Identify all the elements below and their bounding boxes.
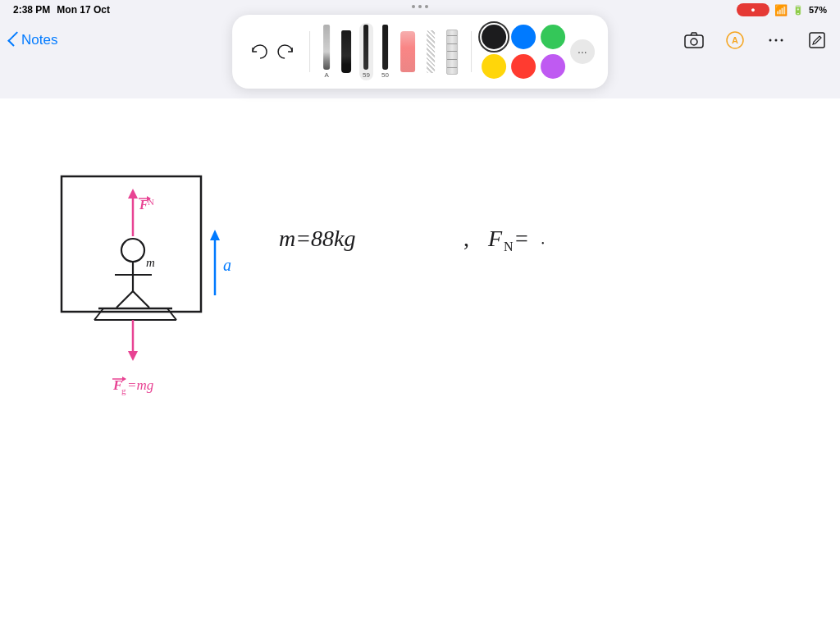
camera-icon (684, 32, 704, 48)
svg-text:=mg: =mg (127, 377, 153, 393)
color-black[interactable] (482, 25, 506, 49)
svg-text:=: = (515, 226, 528, 251)
color-red[interactable] (511, 54, 536, 79)
thick-marker-tool[interactable] (338, 29, 354, 75)
back-label: Notes (21, 32, 57, 48)
svg-text:A: A (732, 35, 738, 45)
battery-percentage: 57% (809, 5, 827, 15)
highlighter-tool[interactable] (397, 30, 418, 74)
ruler-tick2 (447, 43, 457, 44)
drawing-toolbar: A 59 50 (232, 15, 608, 89)
highlighter-shape (400, 31, 415, 72)
fine-pen-tool[interactable]: 50 (378, 23, 392, 80)
status-right: ● 📶 🔋 57% (737, 3, 827, 16)
recording-indicator: ● (737, 3, 769, 16)
more-colors-button[interactable]: ··· (570, 39, 595, 64)
svg-line-16 (167, 308, 176, 320)
dot2 (418, 5, 422, 8)
svg-text:F: F (487, 226, 503, 251)
texture-tool[interactable] (423, 29, 438, 75)
color-picker (482, 25, 565, 79)
divider1 (309, 31, 310, 72)
svg-text:a: a (223, 256, 231, 274)
svg-text:m: m (146, 256, 155, 269)
time-display: 2:38 PM (13, 4, 50, 16)
svg-text:m=88kg: m=88kg (279, 226, 356, 251)
svg-point-1 (691, 39, 697, 45)
undo-redo-group (245, 39, 299, 65)
more-options-button[interactable] (763, 27, 789, 53)
svg-marker-19 (128, 189, 138, 199)
undo-button[interactable] (245, 39, 272, 65)
camera-button[interactable] (681, 27, 707, 53)
dot1 (412, 5, 415, 8)
color-purple[interactable] (541, 54, 565, 79)
svg-rect-7 (810, 33, 824, 48)
ruler-tick1 (447, 35, 457, 36)
pencil-shape (323, 25, 330, 70)
medium-marker-shape (364, 25, 369, 70)
svg-line-13 (133, 291, 149, 308)
svg-text:•: • (541, 239, 545, 248)
marker-size2: 50 (381, 71, 389, 79)
svg-text:g: g (121, 386, 126, 395)
battery-display: 🔋 (792, 5, 804, 16)
annotation-button[interactable]: A (722, 27, 748, 53)
color-yellow[interactable] (482, 54, 506, 79)
svg-text:,: , (463, 226, 469, 251)
top-bar-actions: A (681, 27, 830, 53)
ruler-tick5 (447, 67, 457, 68)
ruler-tick3 (447, 51, 457, 52)
back-chevron-icon (7, 31, 22, 46)
drawing-canvas[interactable]: F N m F g =mg a m=88kg , F N = • (0, 98, 840, 630)
svg-point-5 (775, 39, 778, 42)
toolbar-container: A 59 50 (232, 15, 608, 89)
drawing-svg: F N m F g =mg a m=88kg , F N = • (0, 98, 840, 630)
ruler-tick4 (447, 59, 457, 60)
redo-button[interactable] (273, 39, 299, 65)
svg-point-9 (121, 239, 144, 262)
status-center-dots (412, 5, 428, 8)
svg-point-6 (781, 39, 783, 42)
thick-marker-shape (341, 30, 351, 73)
compose-button[interactable] (804, 27, 830, 53)
svg-text:N: N (504, 240, 514, 253)
undo-icon (249, 43, 267, 61)
color-green[interactable] (541, 25, 565, 49)
annotation-icon: A (725, 30, 745, 50)
medium-marker-tool[interactable]: 59 (359, 23, 373, 80)
fine-pen-shape (382, 25, 388, 70)
svg-line-15 (94, 308, 103, 320)
back-button[interactable]: Notes (10, 32, 57, 48)
compose-icon (808, 31, 826, 49)
texture-shape (427, 30, 435, 73)
more-icon: ··· (578, 45, 587, 58)
ruler-shape (446, 30, 458, 75)
svg-marker-26 (128, 351, 138, 361)
marker-size1: 59 (363, 71, 370, 79)
color-blue[interactable] (511, 25, 536, 49)
ruler-tool[interactable] (443, 28, 461, 76)
svg-marker-33 (210, 230, 220, 240)
svg-line-12 (116, 291, 133, 308)
record-symbol: ● (751, 6, 755, 14)
pencil-tool[interactable]: A (320, 23, 333, 80)
pencil-label: A (324, 71, 328, 79)
more-options-icon (766, 30, 786, 50)
redo-icon (277, 43, 295, 61)
divider2 (471, 31, 472, 72)
wifi-icon: 📶 (774, 4, 788, 16)
dot3 (425, 5, 428, 8)
status-left: 2:38 PM Mon 17 Oct (13, 4, 110, 16)
svg-marker-30 (122, 377, 126, 381)
svg-point-4 (769, 39, 772, 42)
date-display: Mon 17 Oct (57, 4, 110, 16)
